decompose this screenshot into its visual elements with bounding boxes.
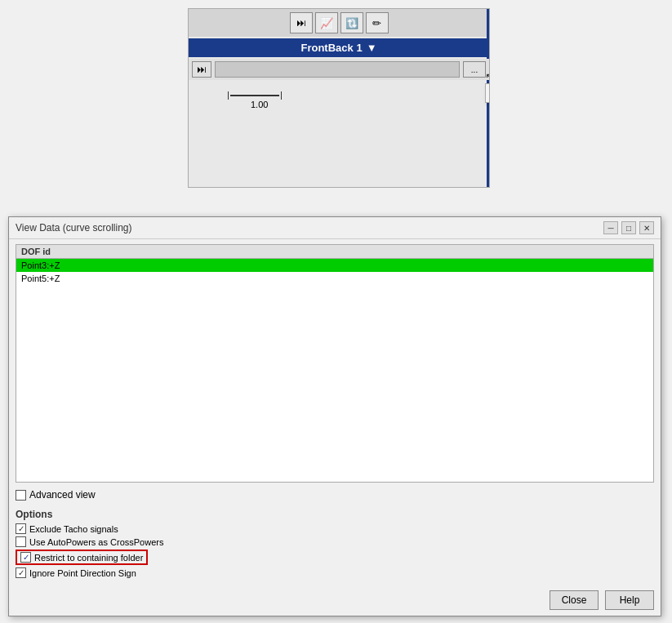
skip-forward-button[interactable]: ⏭ <box>290 12 313 33</box>
chart-button[interactable]: 📈 <box>315 12 338 33</box>
skip-forward-icon: ⏭ <box>296 17 306 29</box>
frontback-label: FrontBack 1 <box>300 42 362 54</box>
dialog-body: DOF id Point3:+Z Point5:+Z Advanced view… <box>9 239 661 615</box>
view-data-tooltip: View data... <box>485 83 490 103</box>
frontback-bar[interactable]: FrontBack 1 ▼ <box>189 38 489 57</box>
dof-id-point3z: Point3:+Z <box>21 260 60 270</box>
dialog-titlebar: View Data (curve scrolling) ─ □ ✕ <box>9 217 661 239</box>
option-row-ignore-direction: Ignore Point Direction Sign <box>16 567 654 578</box>
dof-table[interactable]: DOF id Point3:+Z Point5:+Z <box>16 244 654 483</box>
dof-row-point3z[interactable]: Point3:+Z <box>16 259 653 272</box>
nav-skip-button[interactable]: ⏭ <box>192 61 211 78</box>
options-heading: Options <box>16 509 654 520</box>
view-data-button[interactable]: ... ↖ View data... <box>463 61 486 78</box>
advanced-view-row: Advanced view <box>16 487 654 502</box>
scale-value: 1.00 <box>251 100 268 109</box>
ignore-direction-checkbox[interactable] <box>16 567 26 578</box>
refresh-icon: 🔃 <box>345 17 358 29</box>
option-row-autopowers: Use AutoPowers as CrossPowers <box>16 536 654 547</box>
advanced-view-checkbox[interactable] <box>16 490 26 501</box>
close-dialog-button[interactable]: ✕ <box>639 221 654 234</box>
close-button[interactable]: Close <box>550 590 599 610</box>
exclude-tacho-label: Exclude Tacho signals <box>29 524 118 534</box>
dialog-window-controls: ─ □ ✕ <box>603 221 654 234</box>
dof-row-point5z[interactable]: Point5:+Z <box>16 272 653 285</box>
maximize-icon: □ <box>626 224 631 233</box>
use-autopowers-checkbox[interactable] <box>16 536 26 547</box>
minimize-icon: ─ <box>607 224 613 233</box>
exclude-tacho-checkbox[interactable] <box>16 523 26 534</box>
dof-column-header: DOF id <box>16 245 653 259</box>
nav-progress-bar <box>215 61 460 78</box>
scale-row: 1.00 <box>189 80 489 113</box>
maximize-button[interactable]: □ <box>621 221 636 234</box>
options-section: Options Exclude Tacho signals Use AutoPo… <box>16 509 654 581</box>
restrict-folder-label: Restrict to containing folder <box>34 553 143 563</box>
minimize-button[interactable]: ─ <box>603 221 618 234</box>
frontback-dropdown-icon: ▼ <box>367 42 377 54</box>
advanced-view-label: Advanced view <box>29 489 96 501</box>
use-autopowers-label: Use AutoPowers as CrossPowers <box>29 537 163 547</box>
option-row-restrict-folder: Restrict to containing folder <box>16 550 654 565</box>
toolbar-strip: ⏭ 📈 🔃 ✏ <box>189 9 489 37</box>
help-button[interactable]: Help <box>605 590 654 610</box>
nav-skip-icon: ⏭ <box>197 64 207 75</box>
ignore-direction-label: Ignore Point Direction Sign <box>29 568 136 578</box>
chart-icon: 📈 <box>320 17 333 29</box>
close-dialog-icon: ✕ <box>643 224 650 233</box>
edit-icon: ✏ <box>372 17 381 29</box>
top-preview: ⏭ 📈 🔃 ✏ FrontBack 1 ▼ ⏭ ... ↖ View data.… <box>188 8 490 188</box>
dof-id-point5z: Point5:+Z <box>21 274 60 283</box>
dialog-title: View Data (curve scrolling) <box>16 222 132 234</box>
edit-button[interactable]: ✏ <box>366 12 389 33</box>
option-row-exclude-tacho: Exclude Tacho signals <box>16 523 654 534</box>
dialog-footer: Close Help <box>16 587 654 610</box>
refresh-button[interactable]: 🔃 <box>340 12 363 33</box>
nav-row: ⏭ ... ↖ View data... <box>189 59 489 80</box>
restrict-folder-checkbox[interactable] <box>20 552 31 563</box>
view-data-dialog: View Data (curve scrolling) ─ □ ✕ DOF id… <box>8 216 661 616</box>
dots-label: ... <box>471 65 478 74</box>
